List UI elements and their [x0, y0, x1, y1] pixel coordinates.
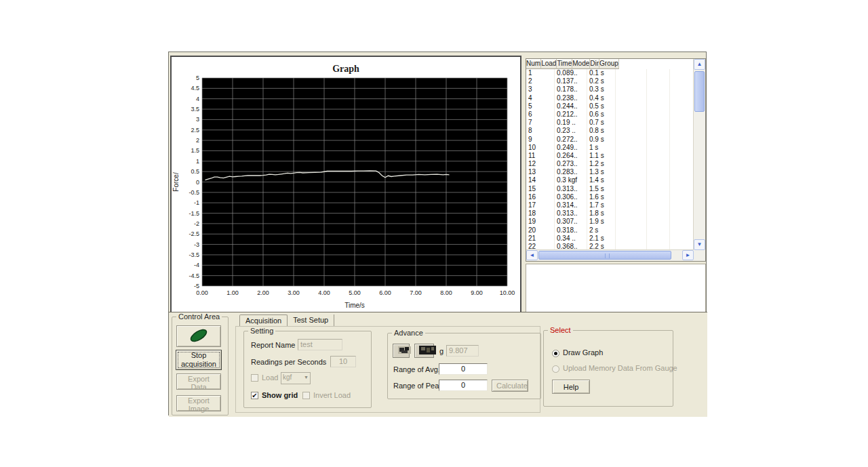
table-row[interactable]: 2 0.137.. 0.2 s: [526, 77, 694, 85]
range-of-avg-field[interactable]: 0: [439, 363, 488, 375]
x-tick-label: 8.00: [440, 289, 452, 296]
scroll-down-icon[interactable]: ▼: [694, 239, 705, 250]
table-row[interactable]: 15 0.313.. 1.5 s: [526, 185, 694, 193]
cell-load: 0.306..: [555, 193, 587, 201]
cell-time: 1.2 s: [587, 160, 616, 168]
report-name-field[interactable]: test: [298, 339, 342, 350]
cell-dir: [647, 185, 670, 193]
table-row[interactable]: 1 0.089.. 0.1 s: [526, 69, 694, 77]
table-row[interactable]: 17 0.314.. 1.7 s: [526, 201, 694, 209]
readings-per-seconds-field[interactable]: 10: [330, 356, 356, 367]
cell-time: 0.2 s: [587, 77, 616, 85]
cell-dir: [647, 209, 670, 218]
cell-time: 1.5 s: [587, 185, 616, 193]
table-row[interactable]: 10 0.249.. 1 s: [526, 144, 694, 152]
calculate-button[interactable]: Calculate: [492, 380, 528, 392]
cell-num: 1: [526, 69, 555, 77]
cell-group: [670, 94, 694, 102]
cell-load: 0.238..: [555, 94, 587, 102]
cell-load: 0.313..: [555, 185, 587, 193]
table-row[interactable]: 11 0.264.. 1.1 s: [526, 152, 694, 160]
table-row[interactable]: 14 0.3 kgf 1.4 s: [526, 176, 694, 184]
cell-load: 0.313..: [555, 209, 587, 218]
cell-dir: [647, 102, 670, 110]
stop-acquisition-button[interactable]: Stop acquisition: [176, 350, 222, 370]
cell-time: 1 s: [587, 144, 616, 152]
tab-acquisition[interactable]: Acquisition: [239, 314, 288, 327]
load-unit-select[interactable]: kgf ▼: [281, 372, 311, 384]
cell-time: 1.7 s: [587, 201, 616, 209]
table-row[interactable]: 5 0.244.. 0.5 s: [526, 102, 694, 110]
cell-group: [670, 209, 694, 218]
readings-per-seconds-label: Readings per Seconds: [251, 358, 326, 366]
export-image-button[interactable]: Export Image: [176, 395, 221, 411]
cell-load: 0.19 ..: [555, 119, 587, 127]
scroll-left-icon[interactable]: ◄: [526, 250, 538, 260]
cell-mode: [616, 185, 647, 193]
table-row[interactable]: 3 0.178.. 0.3 s: [526, 85, 694, 94]
gauge-icon: [397, 345, 412, 355]
table-row[interactable]: 19 0.307.. 1.9 s: [526, 218, 694, 226]
scroll-up-icon[interactable]: ▲: [694, 59, 705, 70]
setting-title: Setting: [248, 327, 275, 336]
range-of-peak-field[interactable]: 0: [439, 380, 488, 391]
cell-time: 0.7 s: [587, 119, 616, 127]
gauge-icon-button-1[interactable]: [393, 344, 410, 358]
load-checkbox[interactable]: [251, 374, 258, 382]
table-row[interactable]: 8 0.23 .. 0.8 s: [526, 127, 694, 135]
table-column-header[interactable]: Group: [599, 59, 619, 69]
x-tick-label: 9.00: [471, 289, 483, 296]
y-tick-label: 4.5: [191, 85, 199, 92]
show-grid-checkbox[interactable]: ✔: [251, 392, 258, 399]
table-column-header[interactable]: Dir: [590, 59, 599, 69]
table-row[interactable]: 7 0.19 .. 0.7 s: [526, 119, 694, 127]
cell-mode: [616, 127, 647, 135]
upload-memory-radio[interactable]: [552, 365, 559, 373]
invert-load-checkbox[interactable]: [302, 392, 310, 399]
y-tick-label: -1.5: [189, 210, 199, 217]
table-row[interactable]: 9 0.272.. 0.9 s: [526, 136, 694, 144]
y-tick-label: 5: [196, 75, 199, 81]
table-row[interactable]: 21 0.34 .. 2.1 s: [526, 235, 694, 243]
tab-test-setup[interactable]: Test Setup: [288, 314, 334, 327]
cell-load: 0.23 ..: [555, 127, 587, 135]
cell-load: 0.3 kgf: [555, 176, 587, 184]
cell-num: 3: [526, 85, 555, 94]
table-row[interactable]: 4 0.238.. 0.4 s: [526, 94, 694, 102]
cell-num: 13: [526, 168, 555, 176]
vertical-scrollbar[interactable]: ▲ ▼: [693, 59, 705, 250]
vertical-scroll-thumb[interactable]: [694, 71, 705, 112]
g-field[interactable]: 9.807: [446, 345, 479, 357]
x-tick-label: 5.00: [349, 289, 361, 296]
cell-dir: [647, 160, 670, 168]
table-column-header[interactable]: Time: [557, 59, 572, 69]
table-column-header[interactable]: Num: [526, 59, 541, 69]
horizontal-scrollbar[interactable]: ◄ ►: [526, 249, 694, 261]
help-button[interactable]: Help: [552, 380, 590, 394]
cell-mode: [616, 144, 647, 152]
x-tick-label: 0.00: [196, 289, 208, 296]
gauge-icon-button-2[interactable]: [414, 344, 434, 358]
scroll-right-icon[interactable]: ►: [682, 250, 694, 260]
cell-dir: [647, 127, 670, 135]
horizontal-scroll-thumb[interactable]: [538, 251, 671, 260]
cell-time: 2 s: [587, 226, 616, 235]
table-row[interactable]: 12 0.273.. 1.2 s: [526, 160, 694, 168]
table-row[interactable]: 13 0.283.. 1.3 s: [526, 168, 694, 176]
table-row[interactable]: 20 0.318.. 2 s: [526, 226, 694, 235]
status-leaf-button[interactable]: [176, 325, 221, 347]
cell-num: 4: [526, 94, 555, 102]
y-tick-label: -4: [194, 262, 199, 268]
table-column-header[interactable]: Mode: [572, 59, 590, 69]
table-column-header[interactable]: Load: [541, 59, 557, 69]
table-body: 1 0.089.. 0.1 s 2 0.137.. 0.2 s: [526, 69, 694, 251]
table-row[interactable]: 16 0.306.. 1.6 s: [526, 193, 694, 201]
cell-dir: [647, 168, 670, 176]
cell-dir: [647, 136, 670, 144]
table-row[interactable]: 18 0.313.. 1.8 s: [526, 209, 694, 218]
y-tick-label: -1: [194, 199, 199, 206]
draw-graph-radio[interactable]: [552, 350, 559, 357]
screen: Graph 54.543.532.521.510.50-0.5-1-1.5-2-…: [0, 0, 868, 467]
export-data-button[interactable]: Export Data: [176, 373, 221, 390]
table-row[interactable]: 6 0.212.. 0.6 s: [526, 110, 694, 119]
